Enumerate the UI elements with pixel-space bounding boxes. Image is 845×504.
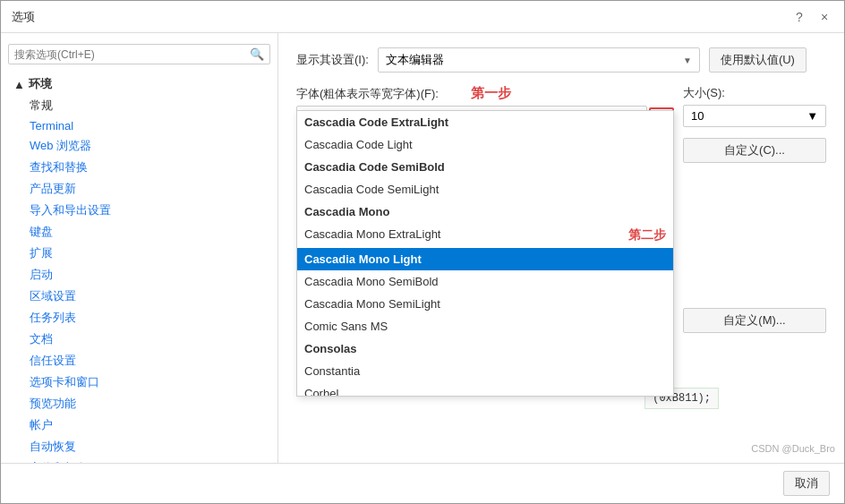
cancel-button[interactable]: 取消 [783,471,830,496]
use-default-button[interactable]: 使用默认值(U) [709,47,807,73]
font-list-item[interactable]: Corbel [297,382,673,397]
size-section: 大小(S): 10 ▼ [683,85,826,127]
display-combo[interactable]: 文本编辑器 ▼ [378,47,700,73]
customize-section: 自定义(C)... [683,138,826,168]
watermark: CSDN @Duck_Bro [751,443,835,454]
sidebar-item-findreplace[interactable]: 查找和替换 [1,157,277,178]
size-label: 大小(S): [683,85,826,101]
font-list-item[interactable]: Cascadia Mono SemiBold [297,270,673,293]
sidebar-item-extensions[interactable]: 扩展 [1,243,277,264]
font-list-item[interactable]: Constantia [297,360,673,382]
customize-m-button[interactable]: 自定义(M)... [683,308,826,333]
font-section: 字体(粗体表示等宽字体)(F): 第一步 Cascadia Mono Light… [296,85,826,333]
customize-m-section: 自定义(M)... [683,308,826,333]
sidebar-item-terminal[interactable]: Terminal [1,116,277,135]
font-area: 字体(粗体表示等宽字体)(F): 第一步 Cascadia Mono Light… [296,85,674,128]
font-list-item[interactable]: Comic Sans MS [297,315,673,337]
font-header-row: 字体(粗体表示等宽字体)(F): 第一步 [296,85,674,102]
sidebar-item-trust[interactable]: 信任设置 [1,350,277,372]
sidebar-item-tasklist[interactable]: 任务列表 [1,307,277,329]
close-button[interactable]: × [815,8,833,26]
font-list-item[interactable]: Cascadia Code ExtraLight [297,111,673,133]
sidebar-item-webbrowser[interactable]: Web 浏览器 [1,135,277,157]
font-list: Cascadia Code ExtraLight Cascadia Code L… [296,110,674,397]
bottom-bar: 取消 [1,463,844,503]
group-label: 环境 [29,76,52,92]
sidebar-item-general[interactable]: 常规 [1,95,277,116]
sidebar-group-header[interactable]: ▲ 环境 [1,73,277,95]
sidebar-item-startup[interactable]: 启动 [1,264,277,286]
font-list-item[interactable]: Cascadia Mono [297,201,673,223]
step2-label: 第二步 [628,227,666,243]
sidebar-item-updates[interactable]: 产品更新 [1,178,277,200]
customize-c-button[interactable]: 自定义(C)... [683,138,826,163]
sidebar-item-docs[interactable]: 文档 [1,329,277,350]
search-icon: 🔍 [250,47,264,61]
sidebar-item-import[interactable]: 导入和导出设置 [1,200,277,221]
sidebar-item-tabs[interactable]: 选项卡和窗口 [1,372,277,393]
group-arrow-icon: ▲ [13,78,25,91]
sidebar: 🔍 ▲ 环境 常规 Terminal Web 浏览器 查找和替换 产品更新 导入… [1,33,278,463]
search-box[interactable]: 🔍 [8,44,270,64]
dialog-title: 选项 [12,9,35,25]
title-bar-left: 选项 [12,9,35,25]
font-list-item[interactable]: Cascadia Code Light [297,133,673,156]
font-list-item[interactable]: Cascadia Code SemiLight [297,178,673,201]
right-panel: 大小(S): 10 ▼ 自定义(C)... 自定义(M)... [683,85,826,333]
size-value: 10 [691,109,704,123]
dialog-body: 🔍 ▲ 环境 常规 Terminal Web 浏览器 查找和替换 产品更新 导入… [1,33,844,463]
sidebar-item-regional[interactable]: 区域设置 [1,286,277,307]
sidebar-item-preview[interactable]: 预览功能 [1,393,277,414]
title-bar-right: ? × [790,8,833,26]
display-row: 显示其设置(I): 文本编辑器 ▼ 使用默认值(U) [296,47,826,73]
font-list-item-label: Cascadia Mono ExtraLight [304,227,440,243]
sidebar-item-keyboard[interactable]: 键盘 [1,221,277,243]
font-label: 字体(粗体表示等宽字体)(F): [296,86,439,102]
size-combo[interactable]: 10 ▼ [683,105,826,127]
sidebar-item-autosave[interactable]: 自动恢复 [1,436,277,457]
display-label: 显示其设置(I): [296,52,369,68]
font-list-item[interactable]: Cascadia Mono ExtraLight 第二步 [297,223,673,248]
main-content: 显示其设置(I): 文本编辑器 ▼ 使用默认值(U) 字体(粗体表示等宽字体)(… [278,33,844,463]
title-bar: 选项 ? × [1,1,844,33]
sidebar-group-environment: ▲ 环境 常规 Terminal Web 浏览器 查找和替换 产品更新 导入和导… [1,72,277,463]
options-dialog: 选项 ? × 🔍 ▲ 环境 常规 Terminal Web 浏览器 [0,0,845,504]
step1-label: 第一步 [471,85,511,102]
font-list-item[interactable]: Cascadia Mono SemiLight [297,293,673,315]
font-list-item-selected[interactable]: Cascadia Mono Light [297,248,673,270]
search-input[interactable] [14,48,250,61]
size-combo-arrow: ▼ [807,109,818,123]
sidebar-item-account[interactable]: 帐户 [1,414,277,436]
font-list-item[interactable]: Consolas [297,337,673,360]
display-combo-arrow: ▼ [683,56,692,65]
display-combo-value: 文本编辑器 [386,52,444,68]
font-list-item[interactable]: Cascadia Code SemiBold [297,156,673,178]
help-button[interactable]: ? [790,8,808,26]
